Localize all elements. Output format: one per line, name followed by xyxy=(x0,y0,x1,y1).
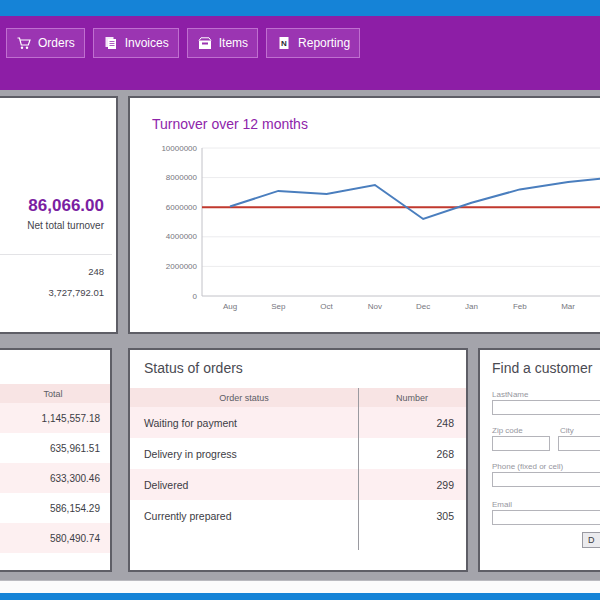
main-ribbon: Orders Invoices Items N Reporting xyxy=(0,16,600,90)
x-tick-label: Mar xyxy=(561,302,575,311)
order-number-cell: 268 xyxy=(358,438,466,469)
turnover-chart-panel: 0200000040000006000000800000010000000Aug… xyxy=(128,96,600,334)
table-row[interactable]: 586,154.29 xyxy=(0,493,110,523)
turnover-chart-svg: 0200000040000006000000800000010000000Aug… xyxy=(130,98,600,332)
x-tick-label: Nov xyxy=(368,302,382,311)
totals-column-header: Total xyxy=(0,384,110,403)
phone-input[interactable] xyxy=(492,472,600,487)
status-bar xyxy=(0,580,600,593)
x-tick-label: Jan xyxy=(465,302,478,311)
net-turnover-value: 86,066.00 xyxy=(0,196,104,216)
turnover-chart-title: Turnover over 12 months xyxy=(152,116,308,132)
cart-icon xyxy=(16,35,32,51)
x-tick-label: Aug xyxy=(223,302,237,311)
y-tick-label: 10000000 xyxy=(161,144,197,153)
nav-reporting-label: Reporting xyxy=(298,36,350,50)
find-customer-panel: Find a customer LastName Zip code City P… xyxy=(478,348,600,572)
net-turnover-kpi-panel: 86,066.00 Net total turnover 248 3,727,7… xyxy=(0,96,118,334)
table-row[interactable]: Delivery in progress 268 xyxy=(130,438,466,469)
window-titlebar xyxy=(0,0,600,16)
column-divider xyxy=(358,388,359,550)
x-tick-label: Oct xyxy=(320,302,333,311)
table-row[interactable]: Delivered 299 xyxy=(130,469,466,500)
app-window: Orders Invoices Items N Reporting xyxy=(0,0,600,600)
order-status-cell: Currently prepared xyxy=(130,500,358,531)
find-customer-title: Find a customer xyxy=(492,360,592,376)
y-tick-label: 0 xyxy=(193,292,198,301)
table-row[interactable]: 635,961.51 xyxy=(0,433,110,463)
nav-orders-label: Orders xyxy=(38,36,75,50)
invoices-icon xyxy=(103,35,119,51)
table-row[interactable]: Currently prepared 305 xyxy=(130,500,466,531)
kpi-divider xyxy=(0,254,112,255)
table-row[interactable]: 580,490.74 xyxy=(0,523,110,553)
nav-orders-button[interactable]: Orders xyxy=(6,28,85,58)
kpi-order-count: 248 xyxy=(0,266,104,277)
nav-invoices-button[interactable]: Invoices xyxy=(93,28,179,58)
table-row[interactable]: 1,145,557.18 xyxy=(0,403,110,433)
lastname-label: LastName xyxy=(492,390,528,399)
order-status-panel: Status of orders Order status Number Wai… xyxy=(128,348,468,572)
city-label: City xyxy=(560,426,574,435)
items-icon xyxy=(197,35,213,51)
email-input[interactable] xyxy=(492,510,600,525)
kpi-secondary-total: 3,727,792.01 xyxy=(0,287,104,298)
order-status-cell: Delivered xyxy=(130,469,358,500)
order-number-cell: 299 xyxy=(358,469,466,500)
phone-label: Phone (fixed or cell) xyxy=(492,462,563,471)
zip-label: Zip code xyxy=(492,426,523,435)
turnover-line xyxy=(230,177,600,219)
svg-text:N: N xyxy=(281,39,287,48)
order-number-cell: 305 xyxy=(358,500,466,531)
order-status-title: Status of orders xyxy=(144,360,243,376)
lastname-input[interactable] xyxy=(492,400,600,415)
nav-reporting-button[interactable]: N Reporting xyxy=(266,28,360,58)
email-label: Email xyxy=(492,500,512,509)
net-turnover-label: Net total turnover xyxy=(0,220,104,231)
city-input[interactable] xyxy=(558,436,600,451)
zip-input[interactable] xyxy=(492,436,550,451)
order-number-cell: 248 xyxy=(358,407,466,438)
order-status-column-header: Order status xyxy=(130,388,358,407)
order-status-header-row: Order status Number xyxy=(130,388,466,407)
x-tick-label: Dec xyxy=(416,302,430,311)
reporting-icon: N xyxy=(276,35,292,51)
number-column-header: Number xyxy=(358,388,466,407)
nav-invoices-label: Invoices xyxy=(125,36,169,50)
main-nav: Orders Invoices Items N Reporting xyxy=(0,16,600,58)
x-tick-label: Sep xyxy=(271,302,286,311)
y-tick-label: 6000000 xyxy=(166,203,198,212)
order-status-cell: Delivery in progress xyxy=(130,438,358,469)
nav-items-button[interactable]: Items xyxy=(187,28,258,58)
y-tick-label: 2000000 xyxy=(166,262,198,271)
nav-items-label: Items xyxy=(219,36,248,50)
customer-totals-panel: Total 1,145,557.18 635,961.51 633,300.46… xyxy=(0,348,112,572)
table-row[interactable]: Waiting for payment 248 xyxy=(130,407,466,438)
desktop-edge xyxy=(0,593,600,600)
y-tick-label: 8000000 xyxy=(166,173,198,182)
order-status-cell: Waiting for payment xyxy=(130,407,358,438)
display-button[interactable]: D xyxy=(582,532,600,548)
x-tick-label: Feb xyxy=(513,302,527,311)
table-row[interactable]: 633,300.46 xyxy=(0,463,110,493)
y-tick-label: 4000000 xyxy=(166,232,198,241)
